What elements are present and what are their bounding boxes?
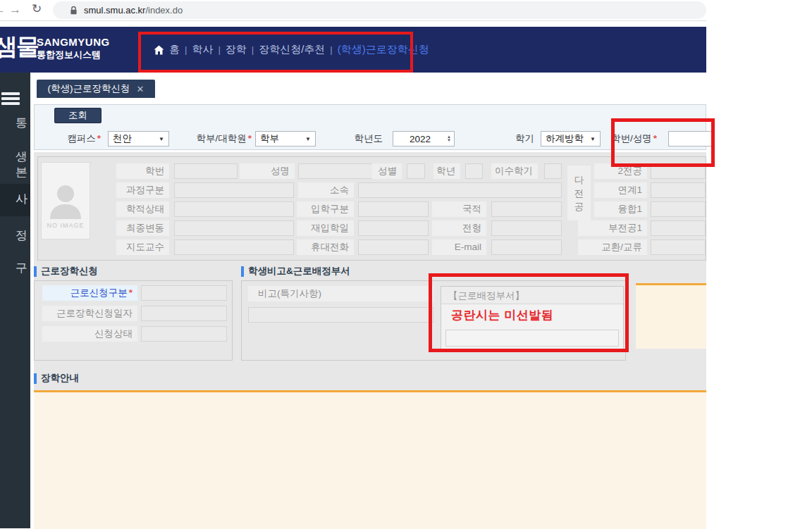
label-exchange: 교환/교류 bbox=[578, 239, 647, 255]
label-linked1: 연계1 bbox=[594, 182, 647, 198]
logo-subtitle: 통합정보시스템 bbox=[37, 49, 101, 61]
sidebar-item-academics[interactable]: 사 bbox=[0, 192, 27, 206]
search-button[interactable]: 조회 bbox=[54, 108, 102, 123]
address-bar[interactable]: smul.smu.ac.kr/index.do bbox=[53, 1, 706, 19]
field-minor1 bbox=[651, 220, 706, 236]
field-work-apply-type[interactable] bbox=[141, 285, 227, 301]
annotation-box-student-id bbox=[611, 118, 715, 167]
field-remark[interactable] bbox=[248, 307, 433, 323]
field-affiliation bbox=[358, 182, 562, 198]
remark-section-title: 학생비고&근로배정부서 bbox=[248, 265, 350, 278]
label-email: E-mail bbox=[432, 239, 486, 255]
label-course-type: 과정구분 bbox=[116, 182, 169, 198]
side-info-panel bbox=[636, 283, 706, 349]
url-text: smul.smu.ac.kr/index.do bbox=[84, 5, 183, 15]
field-work-apply-date bbox=[141, 306, 227, 321]
label-convergence1: 융합1 bbox=[594, 201, 647, 217]
division-label: 학부/대학원* bbox=[174, 131, 252, 147]
annotation-box-assigned-dept bbox=[429, 273, 629, 352]
campus-label: 캠퍼스* bbox=[42, 131, 101, 147]
year-stepper[interactable]: 2022 ▲▼ bbox=[393, 131, 455, 147]
sidebar-item-research[interactable]: 구 bbox=[0, 261, 27, 275]
tab-close-icon[interactable]: ✕ bbox=[137, 84, 144, 94]
annotation-box-breadcrumb bbox=[138, 32, 413, 73]
term-label: 학기 bbox=[492, 131, 534, 147]
field-grade bbox=[465, 163, 483, 179]
field-admission-type bbox=[358, 201, 429, 217]
label-work-apply-type: 근로신청구분* bbox=[42, 285, 137, 301]
field-completed-terms bbox=[544, 163, 562, 179]
logo-mark: 샘물 bbox=[0, 31, 38, 63]
screen: ← → ↻ smul.smu.ac.kr/index.do 샘물 SANGMYU… bbox=[0, 0, 812, 529]
lock-icon bbox=[70, 6, 78, 15]
field-mobile bbox=[358, 239, 429, 255]
remark-section-header: 학생비고&근로배정부서 bbox=[241, 265, 350, 278]
section-bar-icon bbox=[34, 373, 37, 384]
label-name: 성명 bbox=[240, 163, 295, 179]
field-enrollment-status bbox=[174, 201, 294, 217]
work-section-header: 근로장학신청 bbox=[34, 265, 98, 278]
guide-section-title: 장학안내 bbox=[41, 372, 79, 385]
label-nationality: 국적 bbox=[432, 201, 486, 217]
work-section-title: 근로장학신청 bbox=[41, 265, 98, 278]
term-select[interactable]: 하계방학▼ bbox=[541, 131, 601, 147]
label-minor1: 부전공1 bbox=[578, 220, 647, 236]
field-gender bbox=[407, 163, 425, 179]
year-label: 학년도 bbox=[340, 131, 383, 147]
guide-content-area bbox=[34, 392, 706, 529]
field-student-no bbox=[174, 163, 238, 179]
student-photo-placeholder: NO IMAGE bbox=[41, 162, 90, 239]
spinner-icons[interactable]: ▲▼ bbox=[447, 135, 454, 142]
chevron-down-icon: ▼ bbox=[590, 136, 596, 142]
label-apply-status: 신청상태 bbox=[42, 326, 137, 342]
url-host: smul.smu.ac.kr bbox=[84, 5, 145, 15]
browser-back-icon[interactable]: ← bbox=[0, 3, 6, 17]
field-screening bbox=[491, 220, 562, 236]
url-path: /index.do bbox=[145, 5, 183, 15]
year-value: 2022 bbox=[393, 134, 447, 144]
label-multi-major: 다전공 bbox=[567, 166, 591, 220]
label-gender: 성별 bbox=[372, 163, 402, 179]
field-name bbox=[298, 163, 376, 179]
field-course-type bbox=[174, 182, 294, 198]
field-readmission-date bbox=[358, 220, 429, 236]
label-mobile: 휴대전화 bbox=[297, 239, 354, 255]
browser-toolbar: ← → ↻ smul.smu.ac.kr/index.do bbox=[0, 0, 706, 21]
label-admission-type: 입학구분 bbox=[297, 201, 354, 217]
guide-section-header: 장학안내 bbox=[34, 372, 79, 385]
person-icon bbox=[47, 181, 84, 222]
sidebar-item-student-line1[interactable]: 생 bbox=[0, 150, 27, 164]
field-email bbox=[491, 239, 562, 255]
browser-reload-icon[interactable]: ↻ bbox=[32, 2, 42, 16]
label-grade: 학년 bbox=[433, 163, 460, 179]
label-readmission-date: 재입학일 bbox=[297, 220, 354, 236]
tab-work-scholarship[interactable]: (학생)근로장학신청 ✕ bbox=[37, 80, 155, 98]
section-bar-icon bbox=[34, 266, 37, 277]
no-image-label: NO IMAGE bbox=[47, 222, 84, 229]
label-remark: 비고(특기사항) bbox=[248, 286, 433, 301]
field-convergence1 bbox=[651, 201, 706, 217]
sidebar-item-admin[interactable]: 정 bbox=[0, 229, 27, 243]
label-completed-terms: 이수학기 bbox=[491, 163, 538, 179]
label-screening: 전형 bbox=[432, 220, 486, 236]
sidebar: 통 생 본 사 정 구 bbox=[0, 73, 30, 528]
label-last-change: 최종변동 bbox=[116, 220, 169, 236]
sidebar-item-common[interactable]: 통 bbox=[0, 116, 27, 130]
field-apply-status bbox=[141, 326, 227, 342]
field-advisor bbox=[174, 239, 294, 255]
division-select[interactable]: 학부▼ bbox=[255, 131, 316, 147]
field-linked1 bbox=[651, 182, 706, 198]
section-bar-icon bbox=[241, 266, 244, 277]
label-advisor: 지도교수 bbox=[116, 239, 169, 255]
field-nationality bbox=[491, 201, 562, 217]
chevron-down-icon: ▼ bbox=[159, 136, 164, 142]
tab-title: (학생)근로장학신청 bbox=[48, 82, 130, 95]
browser-forward-icon[interactable]: → bbox=[9, 3, 21, 17]
field-last-change bbox=[174, 220, 294, 236]
sidebar-item-student-line2[interactable]: 본 bbox=[0, 166, 27, 180]
field-exchange bbox=[651, 239, 706, 255]
label-student-no: 학번 bbox=[116, 163, 169, 179]
label-enrollment-status: 학적상태 bbox=[116, 201, 169, 217]
campus-select[interactable]: 천안▼ bbox=[108, 131, 169, 147]
label-affiliation: 소속 bbox=[298, 182, 354, 198]
